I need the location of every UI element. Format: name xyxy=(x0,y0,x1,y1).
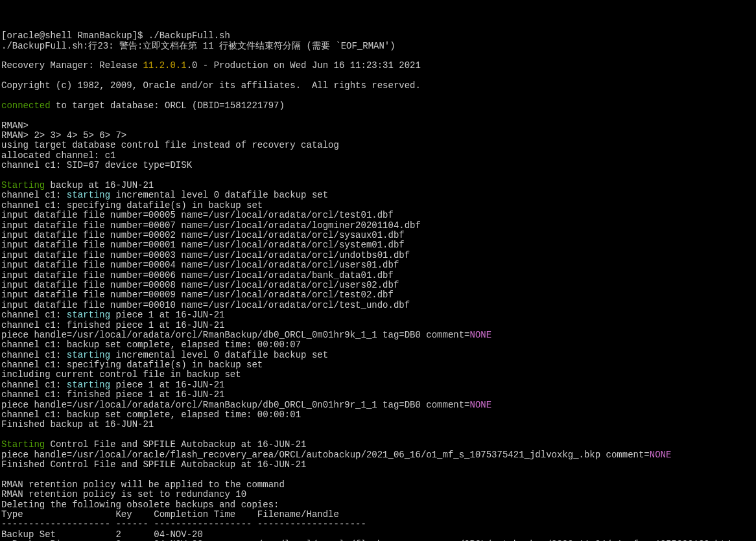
rman-prompt: RMAN> xyxy=(1,121,755,131)
starting-keyword: starting xyxy=(67,190,110,200)
output-line: channel c1: specifying datafile(s) in ba… xyxy=(1,201,755,211)
table-row: Backup Set 2 04-NOV-20 xyxy=(1,530,755,540)
datafile-line: input datafile file number=00004 name=/u… xyxy=(1,260,755,270)
datafile-line: input datafile file number=00001 name=/u… xyxy=(1,240,755,250)
connected-line: connected to target database: ORCL (DBID… xyxy=(1,101,755,111)
output-line: allocated channel: c1 xyxy=(1,151,755,161)
starting-keyword: starting xyxy=(67,380,110,390)
output-line: channel c1: backup set complete, elapsed… xyxy=(1,340,755,350)
terminal-output: [oracle@shell RmanBackup]$ ./BackupFull.… xyxy=(1,31,755,541)
datafile-line: input datafile file number=00002 name=/u… xyxy=(1,231,755,240)
output-line: channel c1: specifying datafile(s) in ba… xyxy=(1,360,755,370)
output-line: including current control file in backup… xyxy=(1,370,755,380)
datafile-line: input datafile file number=00008 name=/u… xyxy=(1,281,755,290)
output-line: channel c1: finished piece 1 at 16-JUN-2… xyxy=(1,321,755,330)
output-line: channel c1: backup set complete, elapsed… xyxy=(1,410,755,420)
piece-line: piece handle=/usr/local/oradata/orcl/Rma… xyxy=(1,330,755,340)
none-keyword: NONE xyxy=(470,400,492,410)
prompt-line: [oracle@shell RmanBackup]$ ./BackupFull.… xyxy=(1,31,755,41)
datafile-line: input datafile file number=00010 name=/u… xyxy=(1,301,755,310)
table-divider: -------------------- ------ ------------… xyxy=(1,520,755,529)
channel-line: channel c1: starting incremental level 0… xyxy=(1,190,755,200)
output-line: using target database control file inste… xyxy=(1,141,755,150)
piece-line: piece handle=/usr/local/oradata/orcl/Rma… xyxy=(1,400,755,410)
output-line: RMAN retention policy will be applied to… xyxy=(1,480,755,490)
output-line: channel c1: finished piece 1 at 16-JUN-2… xyxy=(1,390,755,400)
piece-line: piece handle=/usr/local/oracle/flash_rec… xyxy=(1,450,755,460)
output-line: Finished Control File and SPFILE Autobac… xyxy=(1,460,755,470)
warning-line: ./BackupFull.sh:行23: 警告:立即文档在第 11 行被文件结束… xyxy=(1,41,755,51)
command-text: ./BackupFull.sh xyxy=(148,30,230,41)
table-header: Type Key Completion Time Filename/Handle xyxy=(1,510,755,520)
none-keyword: NONE xyxy=(470,330,492,340)
channel-line: channel c1: starting piece 1 at 16-JUN-2… xyxy=(1,310,755,320)
starting-autobackup-line: Starting Control File and SPFILE Autobac… xyxy=(1,440,755,450)
connected-keyword: connected xyxy=(1,100,51,111)
channel-line: channel c1: starting incremental level 0… xyxy=(1,351,755,360)
datafile-line: input datafile file number=00009 name=/u… xyxy=(1,290,755,300)
datafile-line: input datafile file number=00005 name=/u… xyxy=(1,211,755,220)
output-line: Deleting the following obsolete backups … xyxy=(1,500,755,510)
starting-backup-line: Starting backup at 16-JUN-21 xyxy=(1,181,755,190)
version-text: 11.2.0.1 xyxy=(143,60,186,71)
starting-keyword: starting xyxy=(67,310,110,320)
rman-prompt-multi: RMAN> 2> 3> 4> 5> 6> 7> xyxy=(1,131,755,141)
output-line: channel c1: SID=67 device type=DISK xyxy=(1,161,755,170)
starting-keyword: Starting xyxy=(1,180,45,190)
datafile-line: input datafile file number=00007 name=/u… xyxy=(1,221,755,231)
output-line: RMAN retention policy is set to redundan… xyxy=(1,490,755,500)
channel-line: channel c1: starting piece 1 at 16-JUN-2… xyxy=(1,380,755,390)
shell-prompt: [oracle@shell RmanBackup]$ xyxy=(1,30,148,41)
starting-keyword: Starting xyxy=(1,439,45,450)
none-keyword: NONE xyxy=(650,450,672,460)
starting-keyword: starting xyxy=(67,350,110,360)
copyright-line: Copyright (c) 1982, 2009, Oracle and/or … xyxy=(1,81,755,91)
datafile-line: input datafile file number=00006 name=/u… xyxy=(1,271,755,281)
release-line: Recovery Manager: Release 11.2.0.1.0 - P… xyxy=(1,61,755,71)
output-line: Finished backup at 16-JUN-21 xyxy=(1,420,755,430)
datafile-line: input datafile file number=00003 name=/u… xyxy=(1,251,755,260)
